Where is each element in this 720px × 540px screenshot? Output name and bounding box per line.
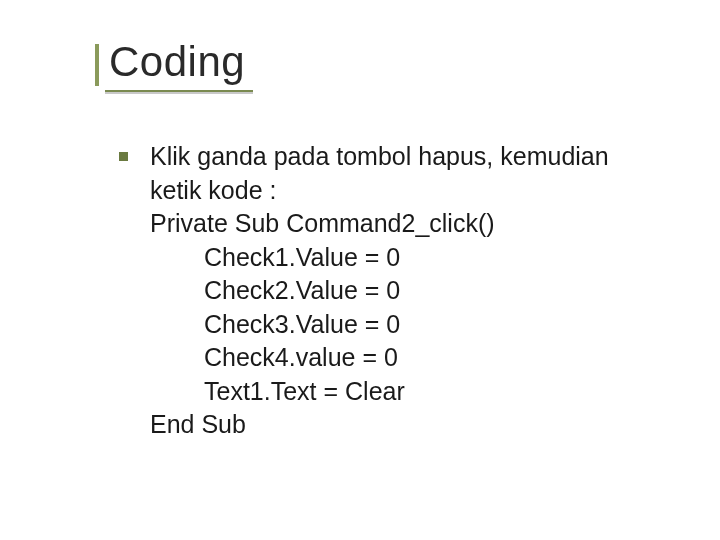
code-line: Private Sub Command2_click() [150,207,609,241]
title-accent-bar [95,44,99,86]
bullet-item: Klik ganda pada tombol hapus, kemudian k… [119,140,670,442]
title-block: Coding [95,38,670,92]
code-line: Check4.value = 0 [150,341,609,375]
text-line: ketik kode : [150,174,609,208]
bullet-content: Klik ganda pada tombol hapus, kemudian k… [150,140,609,442]
code-line: End Sub [150,408,609,442]
code-line: Check2.Value = 0 [150,274,609,308]
slide-title: Coding [103,38,670,86]
body: Klik ganda pada tombol hapus, kemudian k… [95,140,670,442]
code-line: Check3.Value = 0 [150,308,609,342]
code-line: Check1.Value = 0 [150,241,609,275]
text-line: Klik ganda pada tombol hapus, kemudian [150,140,609,174]
code-line: Text1.Text = Clear [150,375,609,409]
title-underline [105,90,253,92]
square-bullet-icon [119,152,128,161]
slide: Coding Klik ganda pada tombol hapus, kem… [0,0,720,540]
